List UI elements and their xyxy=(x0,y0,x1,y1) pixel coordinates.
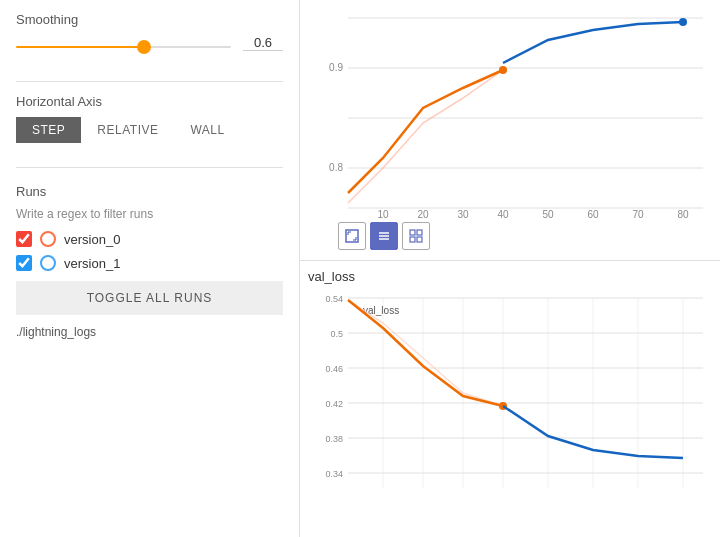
svg-text:0.46: 0.46 xyxy=(325,364,343,374)
chart1-area: 0.9 0.8 10 20 30 40 50 60 70 80 xyxy=(308,8,708,218)
axis-label: Horizontal Axis xyxy=(16,94,283,109)
runs-label: Runs xyxy=(16,184,283,199)
expand-icon xyxy=(409,229,423,243)
svg-rect-28 xyxy=(417,237,422,242)
svg-text:50: 50 xyxy=(542,209,554,218)
svg-text:0.42: 0.42 xyxy=(325,399,343,409)
smoothing-slider-container xyxy=(16,36,231,51)
chart1-svg: 0.9 0.8 10 20 30 40 50 60 70 80 xyxy=(308,8,708,218)
svg-text:0.9: 0.9 xyxy=(329,62,343,73)
chart2-area: 0.54 0.5 0.46 0.42 0.38 0.34 val_loss xyxy=(308,288,708,498)
run-checkbox-version0[interactable] xyxy=(16,231,32,247)
axis-wall-button[interactable]: WALL xyxy=(174,117,240,143)
run-label-version0: version_0 xyxy=(64,232,120,247)
smoothing-value-input[interactable]: 0.6 xyxy=(243,35,283,51)
svg-point-16 xyxy=(679,18,687,26)
left-panel: Smoothing 0.6 Horizontal Axis STEP RELAT… xyxy=(0,0,300,537)
run-item-version0: version_0 xyxy=(16,231,283,247)
logs-path-label: ./lightning_logs xyxy=(16,325,283,339)
svg-text:10: 10 xyxy=(377,209,389,218)
svg-point-15 xyxy=(499,66,507,74)
svg-text:40: 40 xyxy=(497,209,509,218)
svg-text:0.5: 0.5 xyxy=(330,329,343,339)
overlay-icon xyxy=(377,229,391,243)
runs-filter-label: Write a regex to filter runs xyxy=(16,207,283,221)
run-item-version1: version_1 xyxy=(16,255,283,271)
run-checkbox-version1[interactable] xyxy=(16,255,32,271)
svg-text:val_loss: val_loss xyxy=(363,305,399,316)
chart1-toolbar xyxy=(308,218,708,256)
svg-text:20: 20 xyxy=(417,209,429,218)
toggle-all-runs-button[interactable]: TOGGLE ALL RUNS xyxy=(16,281,283,315)
chart1-container: 0.9 0.8 10 20 30 40 50 60 70 80 xyxy=(300,0,720,261)
overlay-button[interactable] xyxy=(370,222,398,250)
axis-section: Horizontal Axis STEP RELATIVE WALL xyxy=(16,94,283,143)
chart2-container: val_loss 0.54 0.5 xyxy=(300,261,720,502)
chart2-svg: 0.54 0.5 0.46 0.42 0.38 0.34 val_loss xyxy=(308,288,708,498)
chart2-title: val_loss xyxy=(308,269,708,284)
axis-relative-button[interactable]: RELATIVE xyxy=(81,117,174,143)
svg-text:0.34: 0.34 xyxy=(325,469,343,479)
fit-button[interactable] xyxy=(338,222,366,250)
divider-1 xyxy=(16,81,283,82)
svg-rect-17 xyxy=(346,230,358,242)
axis-step-button[interactable]: STEP xyxy=(16,117,81,143)
runs-section: Runs Write a regex to filter runs versio… xyxy=(16,184,283,339)
smoothing-label: Smoothing xyxy=(16,12,283,27)
svg-text:80: 80 xyxy=(677,209,689,218)
svg-text:60: 60 xyxy=(587,209,599,218)
smoothing-section: Smoothing 0.6 xyxy=(16,12,283,51)
run-label-version1: version_1 xyxy=(64,256,120,271)
svg-text:0.8: 0.8 xyxy=(329,162,343,173)
svg-text:30: 30 xyxy=(457,209,469,218)
smoothing-slider[interactable] xyxy=(16,46,231,48)
run-color-version0 xyxy=(40,231,56,247)
svg-text:0.38: 0.38 xyxy=(325,434,343,444)
divider-2 xyxy=(16,167,283,168)
svg-rect-26 xyxy=(417,230,422,235)
svg-rect-27 xyxy=(410,237,415,242)
right-panel: 0.9 0.8 10 20 30 40 50 60 70 80 xyxy=(300,0,720,537)
expand-button[interactable] xyxy=(402,222,430,250)
axis-buttons: STEP RELATIVE WALL xyxy=(16,117,283,143)
svg-rect-25 xyxy=(410,230,415,235)
svg-text:0.54: 0.54 xyxy=(325,294,343,304)
svg-text:70: 70 xyxy=(632,209,644,218)
fit-icon xyxy=(345,229,359,243)
run-color-version1 xyxy=(40,255,56,271)
